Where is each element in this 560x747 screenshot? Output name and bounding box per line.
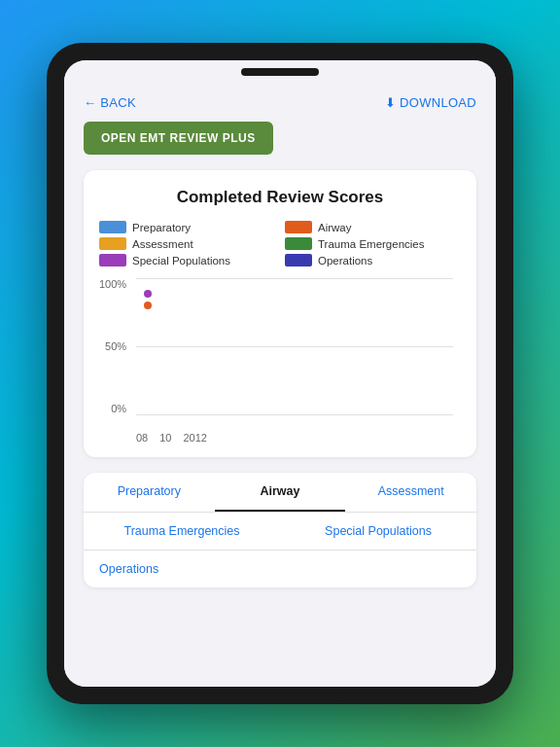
back-label: BACK [100,95,136,110]
grid-line-0 [136,414,453,415]
legend-color-assessment [99,237,126,250]
x-label-08: 08 [136,432,148,444]
camera-notch [241,68,319,76]
top-nav: ← BACK ⬇ DOWNLOAD [84,95,476,110]
back-button[interactable]: ← BACK [84,95,136,110]
x-label-10: 10 [159,432,171,444]
data-dot-special [144,290,152,298]
legend-color-operations [285,254,312,267]
legend-label-airway: Airway [318,222,352,233]
download-label: DOWNLOAD [400,95,476,110]
legend-label-assessment: Assessment [132,238,193,250]
tab-operations[interactable]: Operations [84,551,174,587]
status-bar [64,60,496,84]
data-dot-airway [144,302,152,309]
legend-preparatory: Preparatory [99,221,275,233]
tab-trauma[interactable]: Trauma Emergencies [84,513,280,550]
legend-label-trauma: Trauma Emergencies [318,238,425,250]
legend-trauma: Trauma Emergencies [285,237,461,250]
legend-color-preparatory [99,221,126,233]
x-axis: 08 10 2012 [136,422,453,444]
legend-operations: Operations [285,254,461,267]
legend-color-airway [285,221,312,233]
tab-airway[interactable]: Airway [215,473,346,512]
legend-color-trauma [285,237,312,250]
chart-legend: Preparatory Airway Assessment Trauma Eme… [99,221,461,267]
tab-special-populations[interactable]: Special Populations [280,513,476,550]
open-emt-button[interactable]: OPEN EMT REVIEW PLUS [84,122,273,155]
tabs-row-3: Operations [84,551,476,587]
tabs-row-2: Trauma Emergencies Special Populations [84,513,476,551]
legend-color-special [99,254,126,267]
chart-card: Completed Review Scores Preparatory Airw… [84,170,476,457]
tab-preparatory[interactable]: Preparatory [84,473,215,512]
tabs-section: Preparatory Airway Assessment Trauma Eme… [84,473,476,587]
screen: ← BACK ⬇ DOWNLOAD OPEN EMT REVIEW PLUS C… [64,60,496,687]
legend-label-special: Special Populations [132,255,230,267]
tab-assessment[interactable]: Assessment [345,473,476,512]
back-arrow-icon: ← [84,95,96,110]
y-label-0: 0% [111,403,126,414]
tabs-row-1: Preparatory Airway Assessment [84,473,476,513]
y-label-100: 100% [99,278,126,290]
legend-airway: Airway [285,221,461,233]
content-area: ← BACK ⬇ DOWNLOAD OPEN EMT REVIEW PLUS C… [64,84,496,687]
legend-special: Special Populations [99,254,275,267]
chart-area: 100% 50% 0% [136,278,453,444]
x-label-2012: 2012 [184,432,207,444]
y-axis: 100% 50% 0% [99,278,130,414]
chart-title: Completed Review Scores [99,188,461,207]
data-points [136,278,453,414]
legend-label-operations: Operations [318,255,372,267]
legend-assessment: Assessment [99,237,275,250]
y-label-50: 50% [105,340,126,352]
download-icon: ⬇ [385,95,396,110]
legend-label-preparatory: Preparatory [132,222,191,233]
download-button[interactable]: ⬇ DOWNLOAD [385,95,476,110]
device-frame: ← BACK ⬇ DOWNLOAD OPEN EMT REVIEW PLUS C… [47,43,513,704]
